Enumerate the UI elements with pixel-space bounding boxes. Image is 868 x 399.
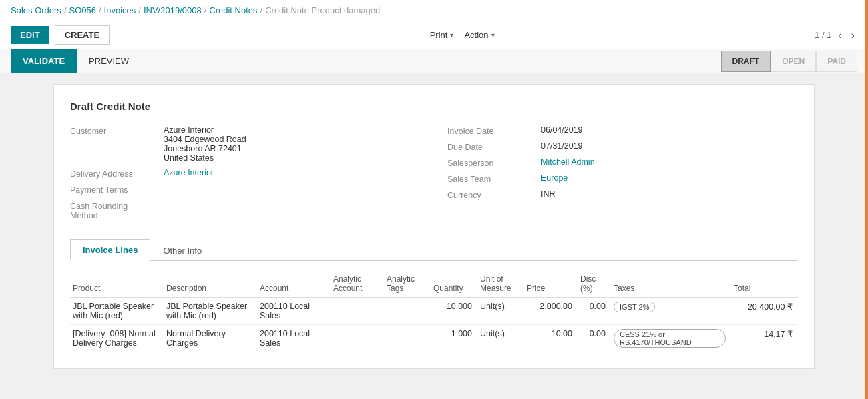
due-date-value: 07/31/2019 xyxy=(541,141,583,151)
status-draft: DRAFT xyxy=(721,51,771,72)
edit-button[interactable]: EDIT xyxy=(11,26,49,44)
currency-field: Currency INR xyxy=(447,189,798,200)
delivery-value-link[interactable]: Azure Interior xyxy=(164,168,214,177)
tab-other-info[interactable]: Other Info xyxy=(150,239,214,261)
row2-analytic-tags xyxy=(384,325,431,352)
col-header-account: Account xyxy=(257,272,331,298)
col-header-product: Product xyxy=(70,272,164,298)
sales-team-field: Sales Team Europe xyxy=(447,173,798,184)
row2-product: [Delivery_008] Normal Delivery Charges xyxy=(70,325,164,352)
breadcrumb-inv[interactable]: INV/2019/0008 xyxy=(144,5,202,15)
col-header-taxes: Taxes xyxy=(611,272,731,298)
row1-account: 200110 Local Sales xyxy=(257,298,331,325)
create-button[interactable]: CREATE xyxy=(55,25,110,45)
cash-rounding-field: Cash Rounding Method xyxy=(70,200,421,220)
breadcrumb-current-page: Credit Note Product damaged xyxy=(265,5,380,15)
preview-button[interactable]: PREVIEW xyxy=(79,49,138,73)
row2-taxes: CESS 21% or RS.4170/THOUSAND xyxy=(611,325,731,352)
col-header-uom: Unit of Measure xyxy=(477,272,524,298)
form-title: Draft Credit Note xyxy=(70,101,798,112)
invoice-lines-table: Product Description Account Analytic Acc… xyxy=(70,272,798,352)
breadcrumb-sales-orders[interactable]: Sales Orders xyxy=(11,5,61,15)
col-header-analytic-acc: Analytic Account xyxy=(331,272,384,298)
payment-terms-field: Payment Terms xyxy=(70,184,421,195)
main-content: Draft Credit Note Customer Azure Interio… xyxy=(0,73,868,380)
sales-team-link[interactable]: Europe xyxy=(541,173,568,183)
breadcrumb-so056[interactable]: SO056 xyxy=(69,5,96,15)
col-header-qty: Quantity xyxy=(431,272,477,298)
status-bar: VALIDATE PREVIEW DRAFT OPEN PAID xyxy=(0,49,868,73)
row1-total: 20,400.00 ₹ xyxy=(731,298,798,325)
next-button[interactable]: › xyxy=(849,29,857,41)
row1-analytic-tags xyxy=(384,298,431,325)
invoice-date-value: 06/04/2019 xyxy=(541,125,583,135)
invoice-date-field: Invoice Date 06/04/2019 xyxy=(447,125,798,136)
row2-qty: 1.000 xyxy=(431,325,477,352)
form-card: Draft Credit Note Customer Azure Interio… xyxy=(53,84,815,369)
customer-addr2: Jonesboro AR 72401 xyxy=(164,144,246,153)
prev-button[interactable]: ‹ xyxy=(835,29,844,41)
salesperson-link[interactable]: Mitchell Admin xyxy=(541,157,595,167)
customer-addr1: 3404 Edgewood Road xyxy=(164,135,246,144)
row1-price: 2,000.00 xyxy=(524,298,578,325)
tab-bar: Invoice Lines Other Info xyxy=(70,239,798,261)
row2-desc: Normal Delivery Charges xyxy=(164,325,257,352)
row2-disc: 0.00 xyxy=(578,325,611,352)
breadcrumb: Sales Orders / SO056 / Invoices / INV/20… xyxy=(0,0,868,21)
validate-button[interactable]: VALIDATE xyxy=(11,49,77,73)
row2-price: 10.00 xyxy=(524,325,578,352)
table-header-row: Product Description Account Analytic Acc… xyxy=(70,272,798,298)
status-indicators: DRAFT OPEN PAID xyxy=(721,51,857,72)
row2-analytic-acc xyxy=(331,325,384,352)
status-paid: PAID xyxy=(816,51,857,72)
form-left: Customer Azure Interior 3404 Edgewood Ro… xyxy=(70,125,421,226)
action-bar: EDIT CREATE Print ▾ Action ▾ 1 / 1 ‹ › xyxy=(0,21,868,49)
print-caret-icon: ▾ xyxy=(450,31,453,39)
customer-country-link[interactable]: United States xyxy=(164,153,246,163)
row2-account: 200110 Local Sales xyxy=(257,325,331,352)
row1-qty: 10.000 xyxy=(431,298,477,325)
breadcrumb-credit-notes[interactable]: Credit Notes xyxy=(209,5,257,15)
row1-uom: Unit(s) xyxy=(477,298,524,325)
table-row: JBL Portable Speaker with Mic (red) JBL … xyxy=(70,298,798,325)
status-open: OPEN xyxy=(771,51,816,72)
print-button[interactable]: Print ▾ xyxy=(430,30,454,40)
right-accent xyxy=(865,0,868,380)
row2-total: 14.17 ₹ xyxy=(731,325,798,352)
col-header-analytic-tags: Analytic Tags xyxy=(384,272,431,298)
table-row: [Delivery_008] Normal Delivery Charges N… xyxy=(70,325,798,352)
pagination: 1 / 1 ‹ › xyxy=(815,29,857,41)
action-button[interactable]: Action ▾ xyxy=(464,30,494,40)
currency-value: INR xyxy=(541,189,556,199)
row2-uom: Unit(s) xyxy=(477,325,524,352)
row1-taxes: IGST 2% xyxy=(611,298,731,325)
breadcrumb-invoices[interactable]: Invoices xyxy=(104,5,136,15)
salesperson-field: Salesperson Mitchell Admin xyxy=(447,157,798,168)
delivery-address-field: Delivery Address Azure Interior xyxy=(70,168,421,179)
tab-invoice-lines[interactable]: Invoice Lines xyxy=(70,239,150,261)
customer-name-link[interactable]: Azure Interior xyxy=(164,125,214,135)
col-header-total: Total xyxy=(731,272,798,298)
col-header-price: Price xyxy=(524,272,578,298)
row1-analytic-acc xyxy=(331,298,384,325)
col-header-desc: Description xyxy=(164,272,257,298)
col-header-disc: Disc (%) xyxy=(578,272,611,298)
row1-desc: JBL Portable Speaker with Mic (red) xyxy=(164,298,257,325)
form-grid: Customer Azure Interior 3404 Edgewood Ro… xyxy=(70,125,798,226)
row1-product: JBL Portable Speaker with Mic (red) xyxy=(70,298,164,325)
row1-disc: 0.00 xyxy=(578,298,611,325)
customer-field: Customer Azure Interior 3404 Edgewood Ro… xyxy=(70,125,421,163)
due-date-field: Due Date 07/31/2019 xyxy=(447,141,798,152)
action-center: Print ▾ Action ▾ xyxy=(430,30,495,40)
action-caret-icon: ▾ xyxy=(491,31,495,39)
form-right: Invoice Date 06/04/2019 Due Date 07/31/2… xyxy=(447,125,798,226)
